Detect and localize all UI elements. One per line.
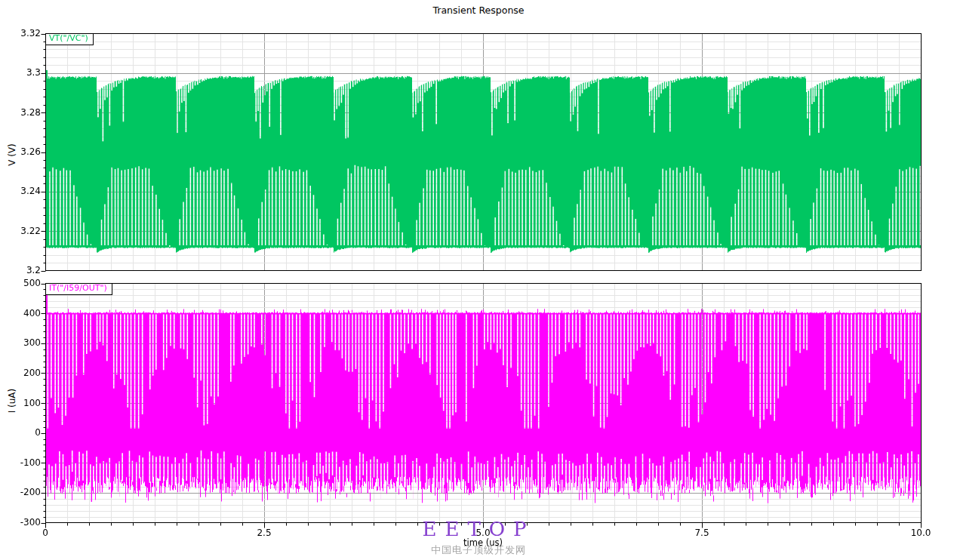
- y-tick-label-bottom: 500: [0, 278, 41, 288]
- y-tick-label-bottom: 300: [0, 337, 41, 348]
- y-tick-label-bottom: 0: [0, 427, 41, 438]
- y-tick-label-bottom: -300: [0, 517, 41, 528]
- y-tick-label-top: 3.32: [0, 28, 41, 38]
- x-tick-label: 7.5: [685, 528, 719, 538]
- x-tick-label: 0: [29, 528, 62, 538]
- y-tick-label-bottom: -100: [0, 457, 41, 468]
- y-tick-label-top: 3.24: [0, 186, 41, 196]
- y-tick-label-top: 3.22: [0, 226, 41, 236]
- x-tick-label: 2.5: [248, 528, 281, 538]
- y-tick-label-top: 3.28: [0, 107, 41, 118]
- y-tick-label-bottom: 100: [0, 398, 41, 408]
- x-tick-label: 5.0: [466, 528, 500, 538]
- y-tick-label-top: 3.2: [0, 265, 41, 275]
- tick-label-layer: 3.323.33.283.263.243.223.250040030020010…: [0, 0, 957, 560]
- y-tick-label-top: 3.3: [0, 67, 41, 78]
- y-tick-label-bottom: 200: [0, 368, 41, 378]
- trace-label-it: IT("/I59/OUT"): [45, 284, 112, 295]
- y-tick-label-bottom: 400: [0, 308, 41, 318]
- x-axis-title: time (us): [438, 537, 528, 548]
- y-tick-label-bottom: -200: [0, 487, 41, 497]
- trace-label-vt: VT("/VC"): [45, 34, 94, 45]
- y-tick-label-top: 3.26: [0, 146, 41, 157]
- x-tick-label: 10.0: [904, 528, 937, 538]
